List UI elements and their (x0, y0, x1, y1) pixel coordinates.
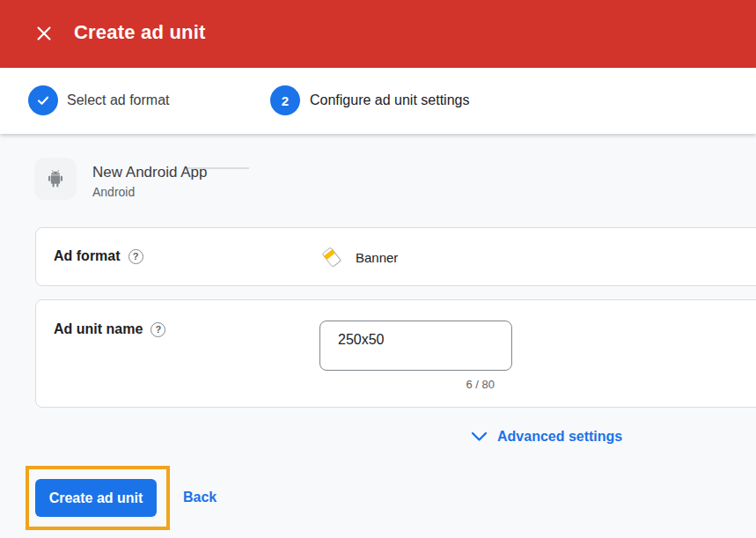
create-ad-unit-button[interactable]: Create ad unit (35, 479, 157, 517)
advanced-settings-label: Advanced settings (497, 429, 622, 445)
ad-format-label: Ad format (54, 248, 121, 264)
ad-format-value: Banner (319, 228, 398, 287)
step2-label: Configure ad unit settings (310, 92, 469, 108)
ad-unit-name-card: Ad unit name ? 6 / 80 (35, 299, 756, 408)
stepper: Select ad format 2 Configure ad unit set… (0, 68, 756, 134)
dialog-header: Create ad unit (0, 0, 756, 68)
app-name: New Android App (92, 164, 207, 181)
android-app-icon (34, 158, 77, 200)
character-counter: 6 / 80 (319, 378, 512, 391)
banner-ad-icon (319, 246, 346, 270)
app-platform: Android (92, 185, 135, 199)
ad-format-label-row: Ad format ? (54, 248, 143, 264)
close-icon[interactable] (33, 23, 55, 44)
step1-label: Select ad format (67, 92, 170, 108)
ad-format-card: Ad format ? Banner (35, 227, 756, 286)
advanced-settings-toggle[interactable]: Advanced settings (471, 429, 622, 445)
ad-unit-name-label: Ad unit name (54, 321, 143, 337)
ad-unit-name-label-row: Ad unit name ? (54, 321, 165, 337)
step2-number-badge[interactable]: 2 (270, 85, 300, 115)
ad-format-value-text: Banner (356, 250, 398, 265)
chevron-down-icon (471, 431, 488, 442)
dialog-title: Create ad unit (74, 21, 206, 44)
help-icon[interactable]: ? (150, 322, 165, 337)
ad-unit-name-input[interactable] (319, 321, 512, 371)
create-ad-unit-dialog: Create ad unit Select ad format 2 Config… (0, 0, 756, 538)
step1-completed-check-icon[interactable] (28, 85, 58, 115)
help-icon[interactable]: ? (128, 249, 143, 264)
back-button[interactable]: Back (183, 490, 217, 505)
